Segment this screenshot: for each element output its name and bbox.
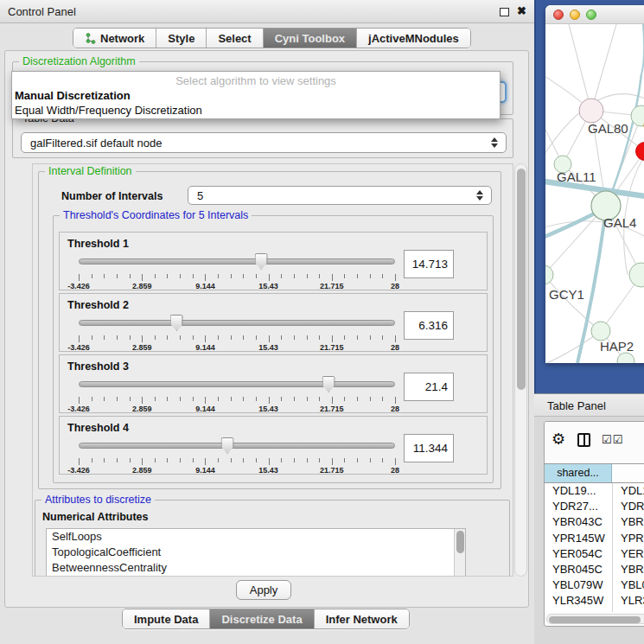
- algorithm-dropdown-popup: Select algorithm to view settings Manual…: [11, 71, 501, 119]
- threshold-value-field[interactable]: [404, 373, 454, 401]
- table-panel-titlebar: Table Panel: [534, 393, 644, 417]
- cell-shared-name[interactable]: YBL079W: [545, 577, 612, 593]
- checkbox-icons[interactable]: ☑☑: [602, 433, 623, 446]
- gear-icon[interactable]: ⚙: [552, 430, 565, 449]
- tab-infer-network[interactable]: Infer Network: [315, 609, 409, 628]
- slider-tick-labels: -3.4262.8599.14415.4321.71528: [79, 343, 395, 353]
- slider-track[interactable]: [79, 258, 395, 265]
- group-title: Discretization Algorithm: [19, 55, 139, 67]
- table-row[interactable]: YBR043CYBR0: [545, 514, 644, 530]
- dropdown-option-manual[interactable]: Manual Discretization: [12, 88, 500, 103]
- threshold-label: Threshold 1: [67, 238, 129, 250]
- table-row[interactable]: YDR27...YDR2: [545, 499, 644, 514]
- cell-name[interactable]: YER0: [612, 546, 644, 562]
- cell-shared-name[interactable]: YER054C: [545, 546, 612, 562]
- minimize-traffic-light-icon[interactable]: [570, 10, 580, 20]
- network-view-window[interactable]: GAL80 G C GAL11 GAL4 GCY1 H HAP2: [545, 5, 644, 363]
- cell-shared-name[interactable]: YDR27...: [545, 499, 612, 514]
- node-partial-h[interactable]: [629, 263, 644, 287]
- cell-name[interactable]: YDL1: [612, 483, 644, 499]
- slider-handle[interactable]: [255, 253, 268, 270]
- table-row[interactable]: YER054CYER0: [545, 546, 644, 562]
- number-of-intervals-combo[interactable]: 5: [188, 186, 492, 205]
- table-row[interactable]: YIL052CYIL0: [545, 609, 644, 613]
- control-panel-window: Control Panel ✖ Network Style Select Cyn…: [0, 0, 534, 644]
- zoom-traffic-light-icon[interactable]: [586, 10, 596, 20]
- threshold-slider[interactable]: -3.4262.8599.14415.4321.71528: [79, 315, 395, 349]
- tab-discretize-data[interactable]: Discretize Data: [210, 609, 314, 628]
- threshold-row: Threshold 1 -3.4262.8599.14415.4321.7152…: [59, 232, 488, 290]
- tab-jactivemnodules[interactable]: jActiveMNodules: [357, 29, 470, 48]
- tab-label: Impute Data: [134, 613, 198, 626]
- attribute-item[interactable]: SelfLoops: [47, 529, 465, 545]
- attribute-item[interactable]: BetweennessCentrality: [47, 560, 465, 576]
- cell-shared-name[interactable]: YPR145W: [545, 531, 612, 546]
- tab-label: jActiveMNodules: [368, 32, 459, 45]
- table-row[interactable]: YPR145WYPR1: [545, 531, 644, 546]
- panel-scrollbar-thumb[interactable]: [517, 169, 526, 390]
- dropdown-option-equal-width[interactable]: Equal Width/Frequency Discretization: [12, 103, 500, 118]
- network-labels: GAL80 G C GAL11 GAL4 GCY1 H HAP2: [549, 118, 644, 354]
- node-gcy1[interactable]: [545, 265, 553, 284]
- cell-shared-name[interactable]: YIL052C: [545, 609, 612, 613]
- slider-ticks: [79, 458, 395, 466]
- cell-name[interactable]: YPR1: [612, 531, 644, 546]
- slider-track[interactable]: [79, 381, 395, 387]
- tab-style[interactable]: Style: [156, 29, 207, 48]
- table-horizontal-scrollbar[interactable]: [546, 614, 644, 624]
- threshold-value-field[interactable]: [404, 250, 454, 278]
- tab-impute-data[interactable]: Impute Data: [123, 609, 210, 628]
- node-label-gcy1: GCY1: [549, 287, 584, 302]
- cell-name[interactable]: YIL0: [612, 609, 644, 613]
- tab-network[interactable]: Network: [73, 29, 156, 48]
- cell-shared-name[interactable]: YBR045C: [545, 562, 612, 577]
- threshold-slider[interactable]: -3.4262.8599.14415.4321.71528: [79, 376, 395, 411]
- table-row[interactable]: YDL19...YDL1: [545, 483, 644, 499]
- threshold-slider[interactable]: -3.4262.8599.14415.4321.71528: [79, 253, 395, 288]
- threshold-value-field[interactable]: [404, 311, 454, 340]
- list-scrollbar-thumb[interactable]: [456, 531, 464, 553]
- threshold-label: Threshold 3: [67, 360, 129, 373]
- slider-handle[interactable]: [170, 315, 183, 331]
- slider-track[interactable]: [79, 320, 395, 326]
- slider-track[interactable]: [79, 443, 395, 449]
- cell-name[interactable]: YLR3: [612, 593, 644, 609]
- panel-scrollbar[interactable]: [514, 163, 527, 577]
- column-header-name[interactable]: na: [612, 464, 644, 482]
- threshold-label: Threshold 4: [67, 422, 129, 434]
- table-row[interactable]: YBL079WYBL0: [545, 577, 644, 593]
- table-row[interactable]: YLR345WYLR3: [545, 593, 644, 609]
- list-scrollbar[interactable]: [454, 529, 465, 577]
- tab-cyni-toolbox[interactable]: Cyni Toolbox: [264, 29, 357, 48]
- interval-definition-group: Interval Definition Number of Intervals …: [38, 171, 501, 489]
- group-title: Interval Definition: [45, 165, 136, 177]
- cell-name[interactable]: YBR0: [612, 514, 644, 530]
- slider-handle[interactable]: [221, 437, 234, 454]
- cell-name[interactable]: YDR2: [612, 499, 644, 514]
- cell-shared-name[interactable]: YLR345W: [545, 593, 612, 609]
- threshold-value-field[interactable]: [404, 434, 454, 462]
- cell-shared-name[interactable]: YDL19...: [545, 483, 612, 499]
- table-data-combo[interactable]: galFiltered.sif default node: [21, 132, 507, 153]
- node-hap2[interactable]: [591, 322, 610, 341]
- float-window-icon[interactable]: [500, 8, 509, 16]
- numerical-attributes-label: Numerical Attributes: [42, 511, 148, 523]
- column-header-shared[interactable]: shared...: [545, 464, 612, 482]
- close-traffic-light-icon[interactable]: [553, 10, 564, 20]
- cell-name[interactable]: YBL0: [612, 577, 644, 593]
- stepper-icon: [476, 190, 483, 201]
- numerical-attributes-list[interactable]: SelfLoopsTopologicalCoefficientBetweenne…: [46, 528, 466, 577]
- attribute-item[interactable]: TopologicalCoefficient: [47, 545, 465, 560]
- table-hscroll-thumb[interactable]: [549, 616, 641, 623]
- threshold-slider[interactable]: -3.4262.8599.14415.4321.71528: [79, 437, 395, 472]
- slider-handle[interactable]: [322, 376, 335, 392]
- cell-shared-name[interactable]: YBR043C: [545, 514, 612, 530]
- apply-button[interactable]: Apply: [236, 580, 291, 600]
- node-gal80[interactable]: [579, 99, 603, 123]
- tab-select[interactable]: Select: [207, 29, 263, 48]
- split-columns-icon[interactable]: [577, 433, 590, 447]
- cell-name[interactable]: YBR0: [612, 562, 644, 577]
- network-canvas[interactable]: GAL80 G C GAL11 GAL4 GCY1 H HAP2: [545, 24, 644, 363]
- close-icon[interactable]: ✖: [517, 4, 526, 17]
- table-row[interactable]: YBR045CYBR0: [545, 562, 644, 577]
